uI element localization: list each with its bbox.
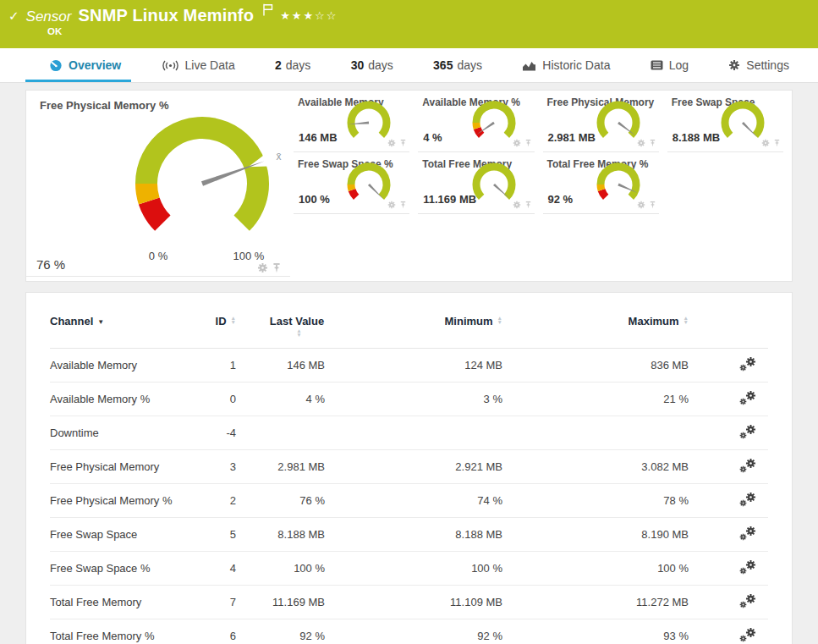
tab-live-data[interactable]: Live Data (162, 48, 235, 82)
flag-icon[interactable] (262, 3, 273, 19)
tab-2-days[interactable]: 2 days (275, 48, 310, 82)
pin-icon[interactable] (649, 139, 656, 147)
pin-icon[interactable] (272, 262, 282, 273)
channel-name[interactable]: Free Physical Memory (50, 450, 194, 484)
tab-log[interactable]: Log (651, 48, 689, 82)
gauge-icon (49, 59, 63, 72)
channel-minimum: 100 % (325, 552, 502, 586)
status-ok-icon: ✓ (8, 8, 19, 24)
gear-icon[interactable] (637, 139, 645, 147)
channel-name[interactable]: Available Memory % (50, 383, 194, 416)
gauge-value: 146 MB (299, 131, 338, 144)
gear-icon[interactable] (257, 262, 268, 273)
gauge-value: 4 % (423, 131, 442, 144)
channel-last-value: 76 % (236, 484, 325, 518)
gauge-cell-free-swap-space-pct[interactable]: Free Swap Space % 100 % (294, 152, 409, 214)
table-row[interactable]: Free Physical Memory % 2 76 % 74 % 78 % (50, 484, 768, 518)
table-row[interactable]: Free Physical Memory 3 2.981 MB 2.921 MB… (50, 450, 768, 484)
pin-icon[interactable] (524, 139, 532, 147)
sort-icon[interactable] (683, 316, 689, 324)
edit-channel-icon[interactable] (739, 458, 756, 476)
channel-id: -4 (194, 416, 236, 450)
main-gauge-chart: x̄ (118, 103, 297, 244)
channel-last-value: 100 % (236, 552, 325, 586)
tab-365-days[interactable]: 365 days (433, 48, 482, 82)
gear-icon[interactable] (513, 201, 521, 209)
channel-name[interactable]: Available Memory (50, 349, 194, 383)
sort-icon[interactable] (231, 316, 236, 324)
edit-channel-icon[interactable] (739, 492, 756, 509)
table-row[interactable]: Total Free Memory 7 11.169 MB 11.109 MB … (50, 586, 768, 619)
gauge-cell-total-free-memory[interactable]: Total Free Memory 11.169 MB (418, 152, 534, 214)
channel-name[interactable]: Free Swap Space (50, 518, 194, 552)
channel-last-value: 146 MB (236, 349, 325, 383)
channel-id: 2 (194, 484, 236, 518)
column-header-channel[interactable]: Channel▼ (50, 303, 194, 349)
pin-icon[interactable] (399, 139, 407, 147)
channel-maximum: 93 % (502, 619, 689, 644)
gauge-cell-total-free-memory-pct[interactable]: Total Free Memory % 92 % (543, 152, 659, 214)
channel-name[interactable]: Downtime (50, 416, 194, 450)
gear-icon[interactable] (387, 139, 396, 147)
gauge-cell-free-swap-space[interactable]: Free Swap Space 8.188 MB (667, 91, 783, 152)
small-gauge-grid: Available Memory 146 MB Available Memory… (294, 91, 783, 214)
channel-last-value: 4 % (236, 383, 325, 416)
edit-channel-icon[interactable] (739, 593, 756, 611)
edit-channel-icon[interactable] (739, 356, 756, 374)
tab-historic-data[interactable]: Historic Data (522, 48, 610, 82)
edit-channel-icon[interactable] (739, 559, 756, 577)
table-row[interactable]: Total Free Memory % 6 92 % 92 % 93 % (50, 619, 768, 644)
live-data-icon (162, 60, 179, 71)
edit-channel-icon[interactable] (739, 526, 756, 543)
tab-bar: Overview Live Data 2 days 30 days 365 da… (0, 48, 818, 83)
gear-icon[interactable] (761, 139, 770, 147)
column-header-last-value[interactable]: Last Value (236, 303, 325, 349)
column-header-id[interactable]: ID (194, 303, 236, 349)
column-header-minimum[interactable]: Minimum (325, 303, 502, 349)
edit-channel-icon[interactable] (739, 627, 756, 644)
edit-channel-icon[interactable] (739, 390, 756, 408)
tab-30-days[interactable]: 30 days (351, 48, 393, 82)
gear-icon[interactable] (387, 201, 396, 209)
gear-icon[interactable] (513, 139, 521, 147)
table-row[interactable]: Available Memory 1 146 MB 124 MB 836 MB (50, 349, 768, 383)
channel-minimum: 8.188 MB (325, 518, 502, 552)
overview-content: Free Physical Memory % x̄ 0 % 100 % 76 %… (0, 90, 818, 644)
pin-icon[interactable] (524, 201, 532, 209)
tab-settings[interactable]: Settings (728, 48, 789, 82)
edit-channel-icon[interactable] (739, 424, 756, 442)
table-row[interactable]: Downtime -4 (50, 416, 768, 450)
gauge-cell-available-memory-pct[interactable]: Available Memory % 4 % (418, 91, 534, 152)
pin-icon[interactable] (399, 201, 407, 209)
channel-id: 0 (194, 383, 236, 416)
gauge-cell-free-physical-memory-pct[interactable]: Free Physical Memory % x̄ 0 % 100 % 76 % (26, 91, 290, 277)
tab-overview[interactable]: Overview (49, 48, 121, 82)
channel-name[interactable]: Total Free Memory % (50, 619, 194, 644)
gauge-cell-available-memory[interactable]: Available Memory 146 MB (294, 91, 409, 152)
sort-icon[interactable] (497, 316, 502, 324)
channel-table: Channel▼ ID Last Value Minimum Maximum (50, 303, 768, 644)
channel-last-value (236, 416, 325, 450)
gauge-value: 11.169 MB (423, 193, 476, 206)
gauge-cell-free-physical-memory[interactable]: Free Physical Memory 2.981 MB (543, 91, 659, 152)
channel-name[interactable]: Free Swap Space % (50, 552, 194, 586)
log-icon (651, 60, 663, 70)
gauge-scale-max: 100 % (225, 250, 272, 262)
channel-id: 5 (194, 518, 236, 552)
column-header-maximum[interactable]: Maximum (502, 303, 689, 349)
table-row[interactable]: Free Swap Space 5 8.188 MB 8.188 MB 8.19… (50, 518, 768, 552)
sort-icon[interactable] (296, 328, 301, 337)
pin-icon[interactable] (649, 201, 656, 209)
channel-id: 1 (194, 349, 236, 383)
historic-chart-icon (522, 60, 536, 71)
table-row[interactable]: Available Memory % 0 4 % 3 % 21 % (50, 383, 768, 416)
table-row[interactable]: Free Swap Space % 4 100 % 100 % 100 % (50, 552, 768, 586)
gear-icon[interactable] (637, 201, 645, 209)
channel-name[interactable]: Total Free Memory (50, 586, 194, 619)
channel-name[interactable]: Free Physical Memory % (50, 484, 194, 518)
channel-last-value: 8.188 MB (236, 518, 325, 552)
sort-desc-icon[interactable]: ▼ (97, 318, 104, 326)
pin-icon[interactable] (773, 139, 781, 147)
channel-maximum: 100 % (502, 552, 689, 586)
priority-stars[interactable]: ★★★☆☆ (280, 9, 338, 22)
